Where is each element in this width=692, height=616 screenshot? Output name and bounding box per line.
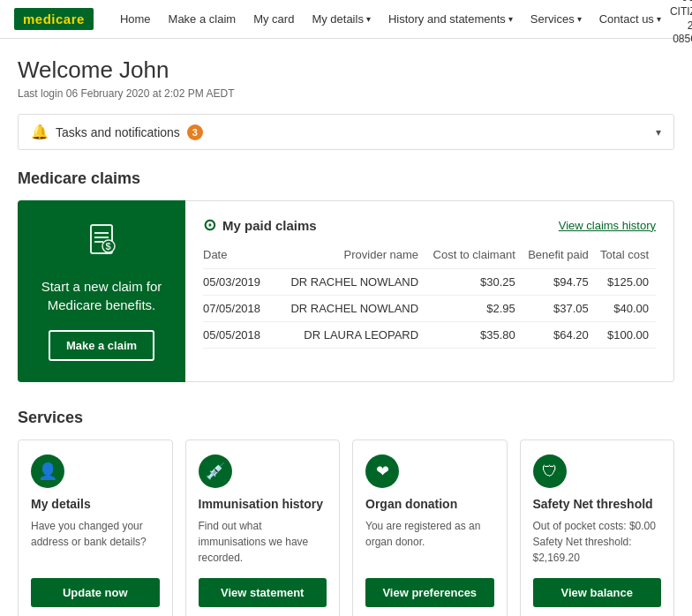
tasks-badge: 3 <box>187 124 203 140</box>
nav-home[interactable]: Home <box>111 0 160 39</box>
user-name-text: JOHN CITIZEN <box>670 0 692 19</box>
services-section-title: Services <box>18 409 674 427</box>
chevron-down-icon: ▾ <box>366 14 371 24</box>
make-claim-button[interactable]: Make a claim <box>49 330 154 361</box>
service-desc-1: Find out what immunisations we have reco… <box>199 518 327 566</box>
claims-table: Date Provider name Cost to claimant Bene… <box>203 244 656 349</box>
service-title-1: Immunisation history <box>199 497 327 511</box>
user-info: JOHN CITIZEN 2303 08561 0 <box>670 0 692 47</box>
service-desc-0: Have you changed your address or bank de… <box>31 518 160 566</box>
service-title-0: My details <box>31 497 160 511</box>
bell-icon: 🔔 <box>31 124 49 140</box>
col-date: Date <box>203 244 280 269</box>
col-total: Total cost <box>596 244 656 269</box>
cell-provider: DR RACHEL NOWLAND <box>280 269 425 296</box>
view-claims-history-link[interactable]: View claims history <box>559 219 656 232</box>
header: medicare Home Make a claim My card My de… <box>0 0 692 39</box>
welcome-title: Welcome John <box>18 56 674 84</box>
service-card: 👤 My details Have you changed your addre… <box>18 439 173 616</box>
col-benefit: Benefit paid <box>523 244 596 269</box>
svg-rect-2 <box>94 237 109 238</box>
col-provider: Provider name <box>280 244 425 269</box>
service-icon-0: 👤 <box>31 454 64 488</box>
col-cost: Cost to claimant <box>425 244 523 269</box>
service-desc-3: Out of pocket costs: $0.00Safety Net thr… <box>533 518 662 566</box>
user-id: 2303 08561 0 <box>670 19 692 47</box>
claims-right-header: ⊙ My paid claims View claims history <box>203 215 656 235</box>
table-row: 05/05/2018 DR LAURA LEOPARD $35.80 $64.2… <box>203 322 656 349</box>
cell-cost: $2.95 <box>425 296 523 322</box>
cell-cost: $35.80 <box>425 322 523 349</box>
chevron-down-icon: ▾ <box>657 14 661 24</box>
tasks-label: Tasks and notifications <box>56 125 180 139</box>
service-button-2[interactable]: View preferences <box>365 578 494 607</box>
cell-cost: $30.25 <box>425 269 523 296</box>
service-title-3: Safety Net threshold <box>533 497 662 511</box>
paid-claims-icon: ⊙ <box>203 215 216 235</box>
cell-total: $40.00 <box>596 296 656 322</box>
document-icon: $ <box>84 222 119 265</box>
nav-bar: Home Make a claim My card My details ▾ H… <box>111 0 670 39</box>
cell-date: 07/05/2018 <box>203 296 280 322</box>
cell-provider: DR RACHEL NOWLAND <box>280 296 425 322</box>
svg-text:$: $ <box>106 241 111 252</box>
medicare-logo[interactable]: medicare <box>14 8 94 30</box>
service-card: 🛡 Safety Net threshold Out of pocket cos… <box>520 439 675 616</box>
nav-make-claim[interactable]: Make a claim <box>160 0 245 39</box>
service-card: ❤ Organ donation You are registered as a… <box>352 439 508 616</box>
claims-section-title: Medicare claims <box>18 169 674 188</box>
service-icon-1: 💉 <box>199 454 232 488</box>
nav-history[interactable]: History and statements ▾ <box>380 0 522 39</box>
service-desc-2: You are registered as an organ donor. <box>365 518 494 566</box>
chevron-down-icon: ▾ <box>577 14 582 24</box>
service-button-0[interactable]: Update now <box>31 578 160 607</box>
nav-my-details[interactable]: My details ▾ <box>303 0 380 39</box>
cell-provider: DR LAURA LEOPARD <box>280 322 425 349</box>
table-row: 05/03/2019 DR RACHEL NOWLAND $30.25 $94.… <box>203 269 656 296</box>
logo-text: medicare <box>23 11 85 26</box>
cell-benefit: $37.05 <box>523 296 596 322</box>
cell-date: 05/05/2018 <box>203 322 280 349</box>
claims-left-text: Start a new claim for Medicare benefits. <box>35 277 168 314</box>
service-icon-2: ❤ <box>365 454 399 488</box>
paid-claims-title: ⊙ My paid claims <box>203 215 317 235</box>
nav-my-card[interactable]: My card <box>244 0 303 39</box>
nav-contact[interactable]: Contact us ▾ <box>590 0 670 39</box>
service-card: 💉 Immunisation history Find out what imm… <box>185 439 341 616</box>
svg-rect-3 <box>94 241 103 243</box>
cell-total: $100.00 <box>596 322 656 349</box>
nav-services[interactable]: Services ▾ <box>522 0 590 39</box>
service-title-2: Organ donation <box>365 497 494 511</box>
cell-benefit: $64.20 <box>523 322 596 349</box>
service-button-3[interactable]: View balance <box>533 578 662 607</box>
cell-benefit: $94.75 <box>523 269 596 296</box>
services-grid: 👤 My details Have you changed your addre… <box>18 439 674 616</box>
cell-date: 05/03/2019 <box>203 269 280 296</box>
claims-grid: $ Start a new claim for Medicare benefit… <box>18 200 674 382</box>
chevron-down-icon: ▾ <box>508 14 513 24</box>
last-login: Last login 06 February 2020 at 2:02 PM A… <box>18 87 674 100</box>
paid-claims-label: My paid claims <box>222 218 317 233</box>
user-area: JOHN CITIZEN 2303 08561 0 myGOV <box>670 0 692 47</box>
tasks-left: 🔔 Tasks and notifications 3 <box>31 124 203 140</box>
table-row: 07/05/2018 DR RACHEL NOWLAND $2.95 $37.0… <box>203 296 656 322</box>
main-content: Welcome John Last login 06 February 2020… <box>0 39 692 616</box>
claims-left-panel: $ Start a new claim for Medicare benefit… <box>18 200 185 382</box>
svg-rect-1 <box>94 232 109 234</box>
cell-total: $125.00 <box>596 269 656 296</box>
service-icon-3: 🛡 <box>533 454 567 488</box>
tasks-bar[interactable]: 🔔 Tasks and notifications 3 ▾ <box>18 114 674 150</box>
service-button-1[interactable]: View statement <box>199 578 327 607</box>
claims-right-panel: ⊙ My paid claims View claims history Dat… <box>185 200 674 382</box>
chevron-down-icon: ▾ <box>656 126 661 139</box>
